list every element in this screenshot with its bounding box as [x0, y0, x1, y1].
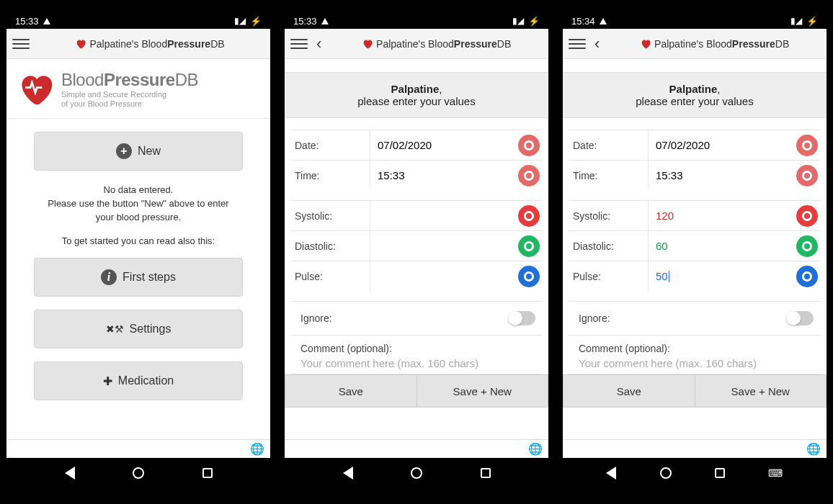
diastolic-indicator-icon[interactable] — [796, 235, 818, 257]
appbar-title: Palpatine's BloodPressureDB — [89, 38, 224, 50]
menu-icon[interactable] — [569, 35, 586, 53]
ignore-row: Ignore: — [569, 301, 821, 336]
nav-recent[interactable] — [202, 468, 213, 478]
diastolic-indicator-icon[interactable] — [518, 235, 540, 257]
app-bar: ‹ Palpatine's BloodPressureDB — [563, 29, 827, 59]
nav-keyboard-icon[interactable]: ⌨ — [769, 466, 783, 480]
first-steps-label: First steps — [122, 271, 176, 284]
heart-icon — [362, 38, 373, 50]
footer-bar: 🌐 — [563, 439, 827, 458]
settings-button[interactable]: ✖⚒ Settings — [34, 310, 243, 348]
systolic-label: Systolic: — [569, 210, 648, 222]
date-indicator-icon[interactable] — [518, 135, 540, 156]
time-input[interactable]: 15:33 — [370, 161, 515, 190]
comment-label: Comment (optional): — [300, 343, 533, 354]
save-button[interactable]: Save — [563, 374, 695, 408]
time-indicator-icon[interactable] — [518, 165, 540, 186]
date-row: Date: 07/02/2020 — [290, 130, 543, 160]
systolic-label: Systolic: — [290, 210, 370, 222]
phone-entry-filled: 15:34 ▮◢⚡ ‹ Palpatine's BloodPressureDB … — [563, 13, 827, 488]
diastolic-input[interactable] — [370, 231, 515, 261]
medkit-icon: ✚ — [103, 374, 112, 388]
user-name: Palpatine — [669, 83, 718, 95]
time-label: Time: — [290, 170, 370, 181]
status-time: 15:33 — [293, 16, 317, 27]
systolic-indicator-icon[interactable] — [796, 205, 818, 227]
save-new-button[interactable]: Save + New — [695, 374, 827, 408]
footer-bar: 🌐 — [6, 439, 270, 458]
globe-icon[interactable]: 🌐 — [528, 442, 543, 456]
empty-state-text: No data entered. Please use the button "… — [34, 184, 243, 235]
systolic-row: Systolic: 120 — [569, 200, 821, 230]
warning-icon — [600, 18, 607, 24]
status-bar: 15:33 ▮◢⚡ — [285, 13, 548, 29]
nav-back[interactable] — [606, 467, 616, 480]
globe-icon[interactable]: 🌐 — [806, 442, 821, 456]
comment-input[interactable]: Your comment here (max. 160 chars) — [300, 357, 533, 369]
nav-back[interactable] — [343, 467, 353, 480]
save-new-button[interactable]: Save + New — [417, 374, 549, 408]
diastolic-row: Diastolic: — [290, 230, 543, 261]
diastolic-label: Diastolic: — [290, 240, 370, 252]
nav-home[interactable] — [660, 467, 672, 479]
text-cursor — [669, 271, 669, 282]
date-input[interactable]: 07/02/2020 — [370, 130, 515, 160]
globe-icon[interactable]: 🌐 — [250, 442, 264, 456]
ignore-switch[interactable] — [508, 311, 535, 325]
appbar-title: Palpatine's BloodPressureDB — [376, 38, 511, 50]
time-indicator-icon[interactable] — [796, 165, 818, 186]
time-input[interactable]: 15:33 — [648, 161, 793, 190]
pulse-row: Pulse: — [290, 261, 543, 291]
status-time: 15:34 — [571, 16, 595, 27]
nav-back[interactable] — [65, 467, 75, 480]
nav-recent[interactable] — [715, 468, 725, 478]
plus-icon: + — [116, 143, 132, 159]
pulse-indicator-icon[interactable] — [796, 266, 818, 287]
heart-icon — [75, 38, 86, 50]
date-label: Date: — [290, 140, 370, 151]
nav-recent[interactable] — [481, 468, 491, 478]
back-icon[interactable]: ‹ — [313, 35, 324, 53]
systolic-row: Systolic: — [290, 200, 543, 230]
date-label: Date: — [569, 140, 648, 151]
menu-icon[interactable] — [12, 35, 30, 53]
save-button[interactable]: Save — [285, 374, 417, 408]
diastolic-label: Diastolic: — [569, 240, 648, 252]
date-row: Date: 07/02/2020 — [569, 130, 821, 160]
medication-label: Medication — [118, 374, 174, 387]
date-input[interactable]: 07/02/2020 — [648, 130, 793, 160]
battery-icon: ⚡ — [250, 16, 262, 27]
time-row: Time: 15:33 — [290, 160, 543, 190]
systolic-input[interactable] — [370, 201, 515, 230]
ignore-switch[interactable] — [786, 311, 814, 325]
first-steps-button[interactable]: i First steps — [34, 258, 243, 297]
tools-icon: ✖⚒ — [106, 323, 124, 335]
status-time: 15:33 — [15, 16, 39, 27]
phone-entry-empty: 15:33 ▮◢⚡ ‹ Palpatine's BloodPressureDB … — [285, 13, 548, 488]
nav-bar: ⌨ — [563, 458, 827, 488]
menu-icon[interactable] — [290, 35, 308, 53]
new-button[interactable]: + New — [34, 132, 243, 171]
save-bar: Save Save + New — [563, 374, 827, 408]
systolic-indicator-icon[interactable] — [518, 205, 540, 227]
settings-label: Settings — [130, 323, 172, 336]
systolic-input[interactable]: 120 — [648, 201, 793, 230]
pulse-input[interactable]: 50 — [648, 261, 793, 291]
prompt-text: please enter your values — [290, 95, 543, 107]
diastolic-input[interactable]: 60 — [648, 231, 793, 261]
back-icon[interactable]: ‹ — [592, 35, 602, 53]
date-indicator-icon[interactable] — [796, 135, 818, 156]
footer-bar: 🌐 — [285, 439, 548, 458]
comment-input[interactable]: Your comment here (max. 160 chars) — [579, 357, 811, 369]
medication-button[interactable]: ✚ Medication — [34, 361, 243, 400]
nav-home[interactable] — [133, 467, 144, 479]
pulse-label: Pulse: — [569, 271, 648, 282]
pulse-indicator-icon[interactable] — [518, 266, 540, 287]
logo-block: BloodPressureDB Simple and Secure Record… — [6, 59, 270, 119]
nav-home[interactable] — [411, 467, 422, 479]
ignore-row: Ignore: — [290, 301, 543, 336]
app-bar: ‹ Palpatine's BloodPressureDB — [285, 29, 548, 59]
wifi-icon: ▮◢ — [790, 16, 802, 26]
pulse-input[interactable] — [370, 261, 515, 291]
prompt: Palpatine, please enter your values — [285, 72, 548, 118]
